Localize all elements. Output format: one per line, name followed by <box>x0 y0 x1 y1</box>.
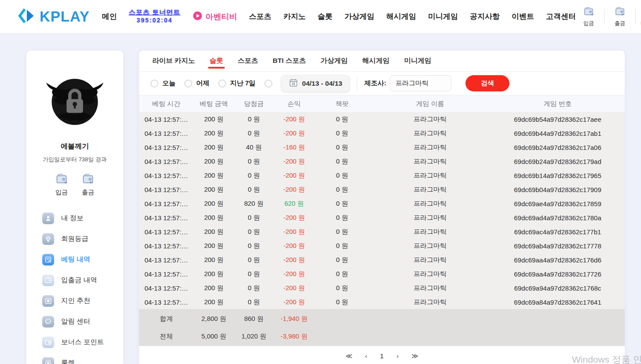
cell-win-amount: 820 원 <box>234 200 274 208</box>
nav-item-6[interactable]: 공지사항 <box>470 11 500 22</box>
table-row[interactable]: 04-13 12:57:… 200 원 0 원 -200 원 0 원 프라그마틱… <box>139 281 625 295</box>
table-row[interactable]: 04-13 12:57:… 200 원 0 원 -200 원 0 원 프라그마틱… <box>139 211 625 225</box>
date-radio-2[interactable]: 지난 7일 <box>218 79 256 87</box>
cell-profit: -200 원 <box>274 171 315 180</box>
cell-win-amount: 0 원 <box>234 298 274 306</box>
last-page-button[interactable]: ≫ <box>411 352 418 360</box>
nav-item-7[interactable]: 이벤트 <box>512 11 534 22</box>
cell-bet-time: 04-13 12:57:… <box>139 270 194 278</box>
table-row[interactable]: 04-13 12:57:… 200 원 0 원 -200 원 0 원 프라그마틱… <box>139 154 625 168</box>
table-row[interactable]: 04-13 12:57:… 200 원 0 원 -200 원 0 원 프라그마틱… <box>139 225 625 239</box>
manufacturer-input[interactable] <box>390 75 451 91</box>
sidebar-item-1[interactable]: 회원등급 <box>26 229 123 249</box>
summary-win-amount: 860 원 <box>234 315 274 323</box>
cell-profit: -160 원 <box>274 143 315 152</box>
sidebar-item-0[interactable]: 내 정보 <box>26 208 123 229</box>
nav-item-main[interactable]: 메인 <box>102 11 117 22</box>
date-range-button[interactable]: 31 04/13 - 04/13 <box>281 75 350 92</box>
sidebar-item-2[interactable]: 베팅 내역 <box>26 249 123 270</box>
nav-item-4[interactable]: 해시게임 <box>386 11 416 22</box>
membership-icon <box>42 233 54 245</box>
manufacturer-label: 제조사: <box>364 79 386 87</box>
profile-joined-days: 가입일로부터 738일 경과 <box>26 156 123 164</box>
cell-win-amount: 0 원 <box>234 171 274 180</box>
transactions-icon <box>42 274 54 286</box>
table-row[interactable]: 04-13 12:57:… 200 원 0 원 -200 원 0 원 프라그마틱… <box>139 253 625 267</box>
nav-item-3[interactable]: 가상게임 <box>344 11 374 22</box>
tab-1[interactable]: 슬롯 <box>209 51 223 71</box>
cell-jackpot: 0 원 <box>315 186 370 194</box>
cell-win-amount: 0 원 <box>234 186 274 194</box>
next-page-button[interactable]: › <box>396 352 399 360</box>
table-row[interactable]: 04-13 12:57:… 200 원 0 원 -200 원 0 원 프라그마틱… <box>139 182 625 197</box>
cell-game-name: 프라그마틱 <box>370 298 491 306</box>
table-row[interactable]: 04-13 12:57:… 200 원 0 원 -200 원 0 원 프라그마틱… <box>139 239 625 253</box>
tab-3[interactable]: BTI 스포츠 <box>273 51 306 71</box>
radio-circle-icon[interactable] <box>184 80 192 87</box>
date-radio-0[interactable]: 오늘 <box>150 79 176 87</box>
cell-game-name: 프라그마틱 <box>370 214 491 222</box>
main-nav-items: 스포츠카지노슬롯가상게임해시게임미니게임공지사항이벤트고객센터 <box>249 11 576 22</box>
sidebar-item-4[interactable]: 지인 추천 <box>26 291 123 311</box>
kplay-logo[interactable]: KPLAY <box>18 7 90 26</box>
cell-jackpot: 0 원 <box>315 228 370 236</box>
radio-circle-icon[interactable] <box>264 80 272 87</box>
nav-item-aventv[interactable]: 아벤티비 <box>192 11 237 23</box>
cell-bet-amount: 200 원 <box>194 157 234 166</box>
first-page-button[interactable]: ≪ <box>345 352 352 360</box>
tab-5[interactable]: 해시게임 <box>363 51 390 71</box>
date-radio-3[interactable] <box>264 80 272 87</box>
table-row[interactable]: 04-13 12:57:… 200 원 40 원 -160 원 0 원 프라그마… <box>139 140 625 154</box>
table-row[interactable]: 04-13 12:57:… 200 원 820 원 620 원 0 원 프라그마… <box>139 197 625 211</box>
cell-game-number: 69dc69aa4a97d28362c176d6 <box>491 256 625 264</box>
tab-2[interactable]: 스포츠 <box>238 51 258 71</box>
radio-circle-icon[interactable] <box>150 80 158 87</box>
cell-jackpot: 0 원 <box>315 298 370 306</box>
quick-action-divider <box>604 9 604 25</box>
table-row[interactable]: 04-13 12:57:… 200 원 0 원 -200 원 0 원 프라그마틱… <box>139 295 625 309</box>
radio-circle-icon[interactable] <box>218 80 226 87</box>
quick-action-0[interactable]: 입금 <box>576 6 601 27</box>
cell-bet-time: 04-13 12:57:… <box>139 186 194 193</box>
tab-4[interactable]: 가상게임 <box>321 51 348 71</box>
nav-item-0[interactable]: 스포츠 <box>249 11 271 22</box>
quick-action-2[interactable]: 베팅내역 <box>638 6 641 27</box>
sidebar-wallet-action-1[interactable]: 출금 <box>81 172 95 197</box>
table-row[interactable]: 04-13 12:57:… 200 원 0 원 -200 원 0 원 프라그마틱… <box>139 126 625 140</box>
sidebar-item-6[interactable]: 보너스 포인트 <box>26 332 123 353</box>
sidebar-item-7[interactable]: 룰렛 <box>26 353 123 364</box>
summary-bet-amount: 2,800 원 <box>194 315 234 323</box>
table-row[interactable]: 04-13 12:57:… 200 원 0 원 -200 원 0 원 프라그마틱… <box>139 168 625 182</box>
nav-item-sports-tournament[interactable]: 스포츠 토너먼트 395:02:04 <box>129 8 180 24</box>
quick-action-1[interactable]: 출금 <box>607 6 633 27</box>
nav-item-8[interactable]: 고객센터 <box>546 11 576 22</box>
cell-game-name: 프라그마틱 <box>370 143 491 152</box>
radio-label: 오늘 <box>162 79 176 87</box>
cell-bet-time: 04-13 12:57:… <box>139 242 194 250</box>
page-number[interactable]: 1 <box>380 352 384 360</box>
date-radio-1[interactable]: 어제 <box>184 79 209 87</box>
cell-game-name: 프라그마틱 <box>370 270 491 278</box>
table-header-row: 베팅 시간베팅 금액당첨금손익잭팟게임 이름게임 번호 <box>139 95 625 112</box>
cell-win-amount: 0 원 <box>234 115 274 124</box>
table-row[interactable]: 04-13 12:57:… 200 원 0 원 -200 원 0 원 프라그마틱… <box>139 267 625 281</box>
cell-profit: -200 원 <box>274 129 315 138</box>
cell-game-number: 69dc69ac4a97d28362c177b1 <box>491 228 625 236</box>
nav-item-1[interactable]: 카지노 <box>283 11 306 22</box>
sidebar-item-label: 알림 센터 <box>61 317 90 326</box>
summary-row: 합계 2,800 원 860 원 -1,940 원 <box>139 310 625 328</box>
tab-0[interactable]: 라이브 카지노 <box>152 51 195 71</box>
tab-6[interactable]: 미니게임 <box>404 51 432 71</box>
cell-bet-time: 04-13 12:57:… <box>139 228 194 236</box>
sidebar-item-5[interactable]: 알림 센터 <box>26 311 123 332</box>
nav-item-2[interactable]: 슬롯 <box>318 11 333 22</box>
summary-label: 전체 <box>139 332 194 341</box>
search-button[interactable]: 검색 <box>465 75 509 91</box>
sidebar-item-3[interactable]: 입출금 내역 <box>26 270 123 291</box>
wallet-deposit-icon <box>583 6 594 19</box>
table-row[interactable]: 04-13 12:57:… 200 원 0 원 -200 원 0 원 프라그마틱… <box>139 112 625 126</box>
sidebar-wallet-action-0[interactable]: 입금 <box>55 172 68 197</box>
cell-game-name: 프라그마틱 <box>370 186 491 194</box>
nav-item-5[interactable]: 미니게임 <box>428 11 458 22</box>
prev-page-button[interactable]: ‹ <box>365 352 367 360</box>
